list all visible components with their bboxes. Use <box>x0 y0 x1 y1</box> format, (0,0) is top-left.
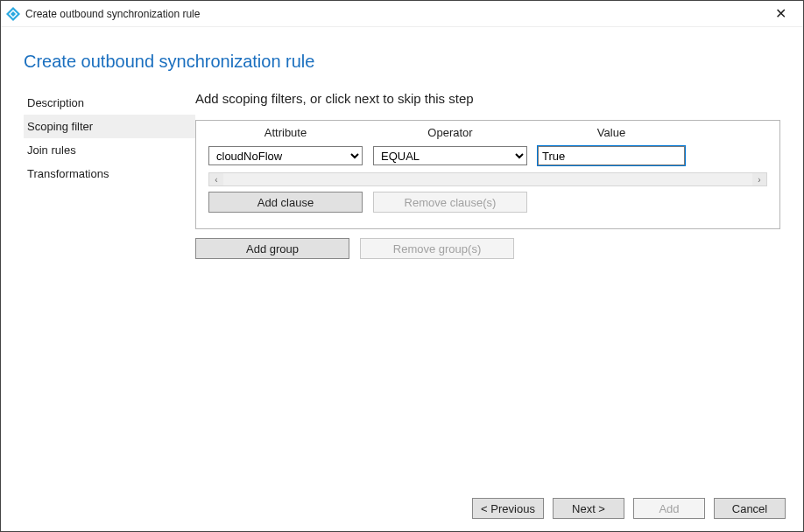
close-button[interactable]: ✕ <box>763 2 798 26</box>
sidebar-item-label: Join rules <box>27 144 76 157</box>
column-header-value: Value <box>538 126 685 139</box>
column-header-attribute: Attribute <box>208 126 363 139</box>
sidebar-item-label: Description <box>27 96 84 109</box>
scroll-right-button[interactable]: › <box>752 173 766 186</box>
sidebar-item-description[interactable]: Description <box>24 91 195 115</box>
filter-row: cloudNoFlow EQUAL <box>196 144 779 172</box>
sidebar-item-transformations[interactable]: Transformations <box>24 162 195 186</box>
next-button[interactable]: Next > <box>553 498 624 519</box>
main-panel: Add scoping filters, or click next to sk… <box>195 91 780 259</box>
clause-button-row: Add clause Remove clause(s) <box>196 192 779 221</box>
value-input[interactable] <box>538 146 685 165</box>
sidebar-item-label: Scoping filter <box>27 120 93 133</box>
scroll-left-button[interactable]: ‹ <box>209 173 223 186</box>
previous-button[interactable]: < Previous <box>472 498 544 519</box>
group-button-row: Add group Remove group(s) <box>195 229 780 259</box>
filter-column-headers: Attribute Operator Value <box>196 121 779 144</box>
add-button: Add <box>633 498 705 519</box>
add-clause-button[interactable]: Add clause <box>208 192 363 213</box>
chevron-right-icon: › <box>758 175 760 185</box>
page-title: Create outbound synchronization rule <box>1 27 803 72</box>
wizard-footer: < Previous Next > Add Cancel <box>1 486 803 531</box>
sidebar-item-label: Transformations <box>27 167 109 180</box>
add-group-button[interactable]: Add group <box>195 238 349 259</box>
close-icon: ✕ <box>775 5 786 22</box>
titlebar: Create outbound synchronization rule ✕ <box>1 1 803 27</box>
scoping-filter-panel: Attribute Operator Value cloudNoFlow EQU… <box>195 120 780 229</box>
remove-group-button: Remove group(s) <box>360 238 514 259</box>
attribute-select[interactable]: cloudNoFlow <box>208 146 363 165</box>
cancel-button[interactable]: Cancel <box>714 498 786 519</box>
column-header-operator: Operator <box>373 126 527 139</box>
sidebar-item-join-rules[interactable]: Join rules <box>24 138 195 162</box>
chevron-left-icon: ‹ <box>215 175 217 185</box>
remove-clause-button: Remove clause(s) <box>373 192 527 213</box>
sidebar-item-scoping-filter[interactable]: Scoping filter <box>24 115 195 138</box>
app-icon <box>6 7 20 21</box>
content-area: Description Scoping filter Join rules Tr… <box>1 72 803 259</box>
step-title: Add scoping filters, or click next to sk… <box>195 91 780 106</box>
titlebar-text: Create outbound synchronization rule <box>25 8 763 20</box>
horizontal-scrollbar[interactable]: ‹ › <box>208 172 767 186</box>
wizard-sidebar: Description Scoping filter Join rules Tr… <box>24 91 195 259</box>
operator-select[interactable]: EQUAL <box>373 146 527 165</box>
